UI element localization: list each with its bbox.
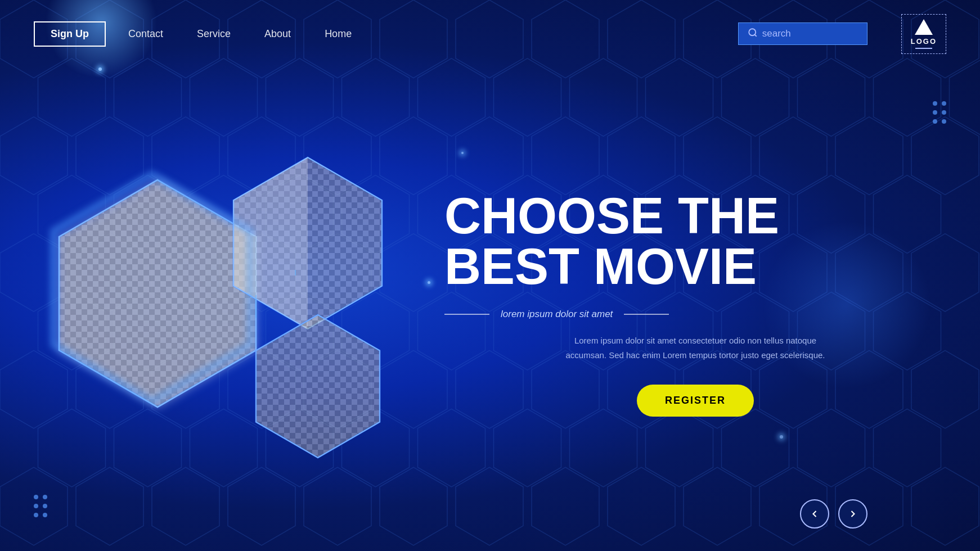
dot	[933, 119, 937, 124]
dot	[43, 504, 47, 508]
search-container	[738, 22, 867, 45]
dot	[43, 513, 47, 517]
navbar: Sign Up Contact Service About Home LOGO	[0, 0, 980, 67]
dots-top-right	[933, 101, 946, 124]
search-icon	[748, 28, 758, 40]
dot	[43, 495, 47, 499]
logo-text: LOGO	[911, 37, 937, 46]
hero-description: Lorem ipsum dolor sit amet consectetuer …	[555, 333, 836, 362]
svg-line-2	[754, 34, 756, 36]
dot	[933, 110, 937, 115]
dots-bottom-left	[34, 495, 47, 517]
dot	[933, 101, 937, 106]
hero-title: CHOOSE THE BEST MOVIE	[444, 191, 946, 292]
main-content: CHOOSE THE BEST MOVIE lorem ipsum dolor …	[0, 0, 980, 551]
subtitle-line-right	[624, 314, 669, 315]
dot	[34, 504, 38, 508]
logo-icon	[915, 19, 933, 35]
subtitle-line-left	[444, 314, 489, 315]
signup-button[interactable]: Sign Up	[34, 21, 106, 47]
nav-arrows	[800, 499, 867, 529]
dot	[942, 110, 946, 115]
subtitle-row: lorem ipsum dolor sit amet	[444, 309, 946, 320]
hex-cluster-svg	[14, 112, 408, 495]
nav-about[interactable]: About	[264, 28, 291, 40]
hex-bottom-right	[256, 315, 380, 458]
dot	[942, 119, 946, 124]
logo: LOGO	[901, 14, 946, 54]
svg-marker-16	[256, 315, 380, 458]
dot	[34, 495, 38, 499]
register-button[interactable]: REGISTER	[637, 385, 754, 417]
next-arrow-button[interactable]	[838, 499, 867, 529]
hex-images-section	[0, 56, 422, 551]
nav-home[interactable]: Home	[325, 28, 352, 40]
nav-links: Contact Service About Home	[128, 28, 738, 40]
subtitle-text: lorem ipsum dolor sit amet	[501, 309, 613, 320]
dot	[942, 101, 946, 106]
svg-point-1	[749, 29, 756, 35]
search-input[interactable]	[762, 28, 858, 39]
nav-contact[interactable]: Contact	[128, 28, 163, 40]
logo-underline	[915, 48, 932, 49]
dot	[34, 513, 38, 517]
prev-arrow-button[interactable]	[800, 499, 829, 529]
hero-content: CHOOSE THE BEST MOVIE lorem ipsum dolor …	[422, 191, 980, 417]
nav-service[interactable]: Service	[197, 28, 231, 40]
